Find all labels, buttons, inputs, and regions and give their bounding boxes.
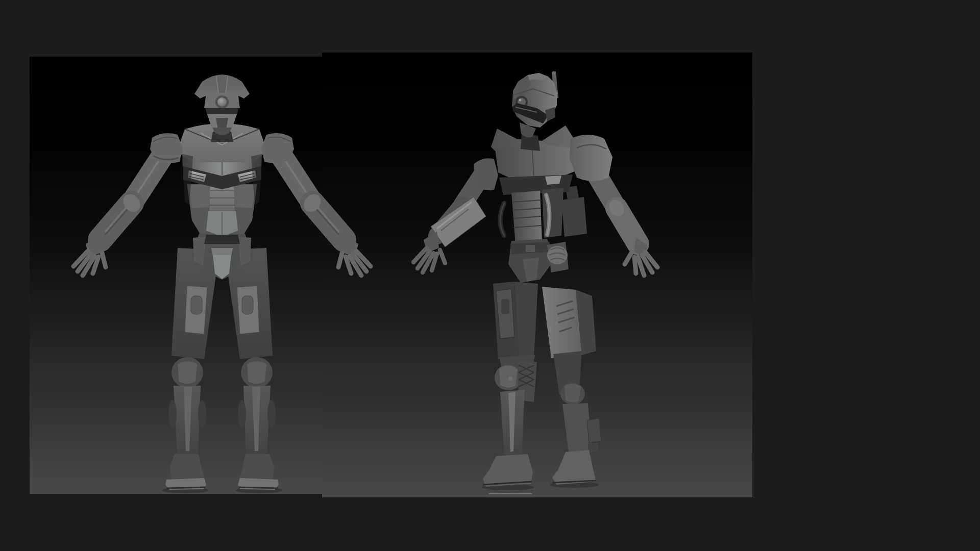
tq-legs (483, 282, 601, 487)
tq-left-arm (413, 172, 486, 272)
front-right-boot (239, 454, 274, 482)
tq-right-arm (593, 168, 657, 276)
front-right-pauldron (261, 133, 294, 163)
front-visor (205, 108, 239, 115)
figure-three-quarter[interactable] (413, 71, 657, 487)
figure-front[interactable] (74, 74, 371, 490)
tq-right-boot (552, 450, 596, 485)
front-right-arm (280, 153, 371, 276)
sculpt-scene (0, 0, 980, 551)
front-helmet-sensor (217, 97, 227, 107)
floor-glint (489, 493, 532, 494)
front-left-boot (170, 454, 205, 482)
tq-right-pauldron (570, 135, 612, 181)
front-legs (165, 248, 279, 490)
ground-shadows (162, 482, 599, 494)
front-left-arm (74, 153, 164, 276)
tq-left-pauldron (474, 158, 498, 190)
